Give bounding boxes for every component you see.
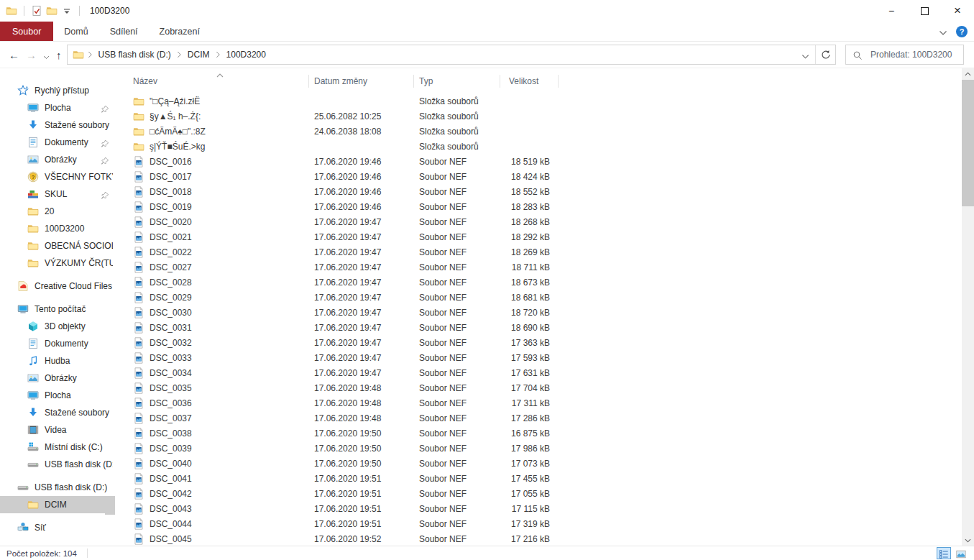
sidebar-item-v-echny-fotky[interactable]: ?VŠECHNY FOTKY [0, 168, 113, 185]
maximize-button[interactable] [908, 0, 941, 22]
folder-icon[interactable] [46, 5, 58, 17]
table-row[interactable]: DSC_002117.06.2020 19:47Soubor NEF18 292… [121, 229, 962, 244]
folder-icon[interactable] [6, 5, 17, 17]
sidebar-item-s[interactable]: Síť [0, 519, 113, 536]
table-row[interactable]: DSC_003217.06.2020 19:47Soubor NEF17 363… [121, 335, 962, 350]
sidebar-item-videa[interactable]: Videa [0, 421, 113, 439]
table-row[interactable]: DSC_002717.06.2020 19:47Soubor NEF18 711… [121, 260, 962, 275]
sidebar-item-3d-objekty[interactable]: 3D objekty [0, 318, 113, 335]
search-input[interactable] [869, 49, 959, 60]
sidebar-item-rychl-p-stup[interactable]: Rychlý přístup [0, 82, 113, 99]
recent-locations-chevron-icon[interactable] [43, 52, 50, 58]
up-button[interactable]: ↑ [56, 50, 62, 60]
table-row[interactable]: §y▲Ś₁ h–.Ż{:25.06.2082 10:25Složka soubo… [121, 109, 962, 124]
details-view-button[interactable] [937, 547, 951, 559]
sidebar-item-obecn-sociolog[interactable]: OBECNÁ SOCIOLOG [0, 237, 113, 254]
table-row[interactable]: DSC_004117.06.2020 19:51Soubor NEF17 455… [121, 471, 962, 486]
sidebar-item-hudba[interactable]: Hudba [0, 352, 113, 369]
large-icons-view-button[interactable] [954, 547, 968, 559]
sidebar-item-sta-en-soubory[interactable]: Stažené soubory [0, 116, 113, 134]
back-button[interactable]: ← [9, 50, 19, 60]
sidebar-item-dcim[interactable]: DCIM [0, 496, 113, 513]
table-row[interactable]: DSC_001917.06.2020 19:46Soubor NEF18 283… [121, 199, 962, 214]
sidebar-item-v-zkumy-r-tu-e[interactable]: VÝZKUMY ČR(TUČE [0, 254, 113, 272]
file-name: DSC_0032 [150, 338, 192, 348]
sidebar-item-obr-zky[interactable]: Obrázky [0, 369, 113, 387]
help-icon[interactable]: ? [956, 26, 968, 37]
sidebar-item-tento-po-ta[interactable]: Tento počítač [0, 300, 113, 318]
table-row[interactable]: DSC_003017.06.2020 19:47Soubor NEF18 720… [121, 305, 962, 320]
sidebar-item-label: VŠECHNY FOTKY [45, 172, 113, 182]
table-row[interactable]: DSC_003517.06.2020 19:48Soubor NEF17 704… [121, 380, 962, 395]
sidebar-item-usb-flash-disk-d[interactable]: USB flash disk (D:) [0, 479, 113, 496]
sidebar-item-label: Rychlý přístup [35, 86, 89, 96]
sidebar-item-plocha[interactable]: Plocha [0, 387, 113, 404]
table-row[interactable]: DSC_004317.06.2020 19:51Soubor NEF17 115… [121, 501, 962, 516]
sidebar-item-usb-flash-disk-d[interactable]: USB flash disk (D:) [0, 456, 113, 473]
sidebar-item-dokumenty[interactable]: Dokumenty [0, 134, 113, 151]
table-row[interactable]: DSC_003117.06.2020 19:47Soubor NEF18 690… [121, 320, 962, 335]
table-row[interactable]: DSC_002817.06.2020 19:47Soubor NEF18 673… [121, 275, 962, 290]
sidebar-scrollbar-thumb[interactable] [105, 496, 115, 515]
column-header-type[interactable]: Typ [414, 75, 500, 88]
sidebar-item-dokumenty[interactable]: Dokumenty [0, 335, 113, 352]
table-row[interactable]: DSC_001817.06.2020 19:46Soubor NEF18 552… [121, 184, 962, 199]
table-row[interactable]: DSC_002917.06.2020 19:47Soubor NEF18 681… [121, 290, 962, 305]
table-row[interactable]: "□Çą–Ąźi.złËSložka souborů [121, 93, 962, 109]
vertical-scrollbar[interactable] [962, 68, 974, 546]
table-row[interactable]: DSC_004417.06.2020 19:51Soubor NEF17 319… [121, 516, 962, 531]
sidebar-item-plocha[interactable]: Plocha [0, 99, 113, 116]
file-date: 17.06.2020 19:48 [309, 398, 414, 408]
sidebar-item-skul[interactable]: SKUL [0, 185, 113, 203]
tab-soubor[interactable]: Soubor [0, 22, 53, 41]
breadcrumb-segment[interactable]: USB flash disk (D:) [95, 50, 175, 60]
properties-check-icon[interactable] [31, 5, 42, 17]
close-button[interactable]: × [941, 0, 974, 22]
sidebar-item-20[interactable]: 20 [0, 203, 113, 220]
sidebar-item-100d3200[interactable]: 100D3200 [0, 220, 113, 237]
status-bar: Počet položek: 104 [0, 546, 974, 560]
minimize-button[interactable]: − [875, 0, 908, 22]
search-icon [853, 50, 863, 60]
table-row[interactable]: DSC_003617.06.2020 19:48Soubor NEF17 311… [121, 395, 962, 410]
table-row[interactable]: DSC_002017.06.2020 19:47Soubor NEF18 268… [121, 214, 962, 229]
table-row[interactable]: DSC_004017.06.2020 19:50Soubor NEF17 073… [121, 456, 962, 471]
table-row[interactable]: DSC_003417.06.2020 19:47Soubor NEF17 631… [121, 365, 962, 380]
customize-qat-arrow-icon[interactable] [61, 5, 73, 17]
chevron-down-icon[interactable] [939, 27, 947, 36]
scrollbar-thumb[interactable] [962, 80, 974, 206]
tab-sdílení[interactable]: Sdílení [99, 22, 149, 41]
column-header-date[interactable]: Datum změny [309, 75, 414, 88]
maximize-icon [921, 7, 929, 15]
nef-file-icon [133, 201, 144, 213]
address-box[interactable]: USB flash disk (D:)DCIM100D3200 [67, 45, 837, 65]
sidebar-item-sta-en-soubory[interactable]: Stažené soubory [0, 404, 113, 421]
file-type: Soubor NEF [414, 474, 500, 484]
sidebar-item-creative-cloud-files[interactable]: Creative Cloud Files [0, 277, 113, 295]
scroll-up-icon[interactable] [962, 68, 974, 79]
sidebar-item-m-stn-disk-c[interactable]: Místní disk (C:) [0, 439, 113, 456]
breadcrumb-segment[interactable]: DCIM [184, 50, 213, 60]
table-row[interactable]: DSC_003717.06.2020 19:48Soubor NEF17 286… [121, 410, 962, 426]
tab-zobrazení[interactable]: Zobrazení [149, 22, 211, 41]
file-date: 17.06.2020 19:47 [309, 232, 414, 242]
nef-file-icon [133, 216, 144, 228]
refresh-button[interactable] [816, 45, 835, 64]
table-row[interactable]: ş|ÝŤ■ŚuÉ.>kgSložka souborů [121, 139, 962, 154]
table-row[interactable]: DSC_003317.06.2020 19:47Soubor NEF17 593… [121, 350, 962, 365]
table-row[interactable]: DSC_003917.06.2020 19:50Soubor NEF17 986… [121, 441, 962, 456]
table-row[interactable]: DSC_002217.06.2020 19:47Soubor NEF18 269… [121, 244, 962, 260]
table-row[interactable]: DSC_001717.06.2020 19:46Soubor NEF18 424… [121, 169, 962, 184]
breadcrumb-segment[interactable]: 100D3200 [223, 50, 270, 60]
column-header-size[interactable]: Velikost [500, 75, 559, 88]
sidebar-item-obr-zky[interactable]: Obrázky [0, 151, 113, 168]
table-row[interactable]: DSC_004217.06.2020 19:51Soubor NEF17 055… [121, 486, 962, 501]
table-row[interactable]: DSC_003817.06.2020 19:50Soubor NEF16 875… [121, 426, 962, 441]
table-row[interactable]: □ćÄmÄ♠□".:8Z24.06.2038 18:08Složka soubo… [121, 124, 962, 139]
forward-button[interactable]: → [26, 50, 37, 60]
address-dropdown-button[interactable] [796, 45, 815, 64]
table-row[interactable]: DSC_001617.06.2020 19:46Soubor NEF18 519… [121, 154, 962, 169]
table-row[interactable]: DSC_004517.06.2020 19:52Soubor NEF17 216… [121, 531, 962, 546]
tab-domů[interactable]: Domů [53, 22, 98, 41]
scroll-down-icon[interactable] [962, 535, 974, 546]
